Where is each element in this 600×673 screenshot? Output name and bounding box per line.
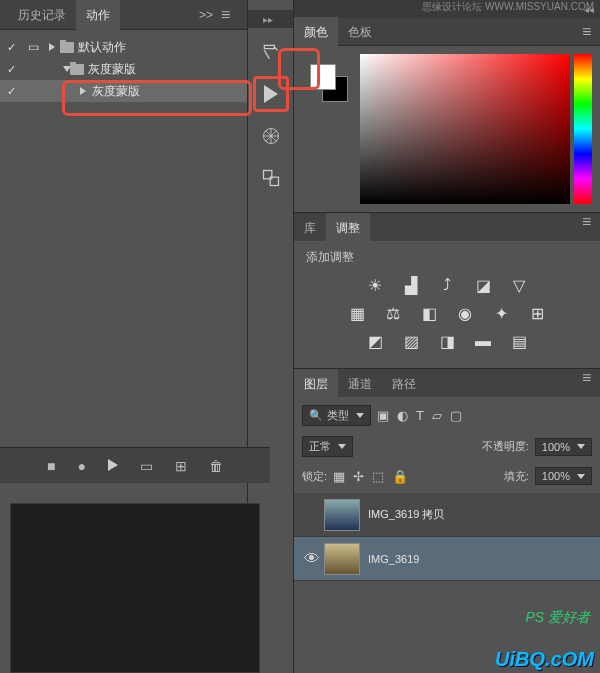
lock-label: 锁定:	[302, 469, 327, 484]
action-item-gray-mask[interactable]: ✓ 灰度蒙版	[0, 80, 247, 102]
gradient-map-icon[interactable]: ▬	[472, 332, 494, 350]
color-lookup-icon[interactable]: ⊞	[526, 304, 548, 322]
layer-thumbnail[interactable]	[324, 499, 360, 531]
channel-mixer-icon[interactable]: ✦	[490, 304, 512, 322]
actions-toolbar: ■ ● ▭ ⊞ 🗑	[0, 447, 270, 483]
folder-icon	[70, 64, 84, 75]
action-set-default[interactable]: ✓ ▭ 默认动作	[0, 36, 247, 58]
play-button[interactable]	[253, 76, 289, 112]
hue-sat-icon[interactable]: ▦	[346, 304, 368, 322]
tab-layers[interactable]: 图层	[294, 369, 338, 399]
layer-filter-type[interactable]: 🔍 类型	[302, 405, 371, 426]
folder-icon	[60, 42, 74, 53]
hue-slider[interactable]	[574, 54, 592, 204]
stop-icon[interactable]: ■	[47, 458, 55, 474]
fill-input[interactable]: 100%	[535, 467, 592, 485]
lock-all-icon[interactable]: 🔒	[392, 469, 408, 484]
filter-smart-icon[interactable]: ▢	[450, 408, 462, 423]
tab-swatches[interactable]: 色板	[338, 17, 382, 47]
layer-name[interactable]: IMG_3619 拷贝	[368, 507, 444, 522]
panel-menu-icon[interactable]	[578, 369, 600, 397]
posterize-icon[interactable]: ▨	[400, 332, 422, 350]
history-brush-icon[interactable]	[253, 34, 289, 70]
action-set-label: 默认动作	[78, 39, 126, 56]
tab-library[interactable]: 库	[294, 213, 326, 243]
brightness-icon[interactable]: ☀	[364, 276, 386, 294]
tab-paths[interactable]: 路径	[382, 369, 426, 399]
lock-position-icon[interactable]: ✢	[353, 469, 364, 484]
trash-icon[interactable]: 🗑	[209, 458, 223, 474]
action-item-label: 灰度蒙版	[92, 83, 140, 100]
opacity-label: 不透明度:	[482, 439, 529, 454]
panel-menu-icon[interactable]	[578, 23, 600, 40]
adjustments-panel: 库 调整 添加调整 ☀ ▟ ⤴ ◪ ▽ ▦ ⚖ ◧ ◉	[294, 212, 600, 368]
curves-icon[interactable]: ⤴	[436, 276, 458, 294]
watermark-top: 思缘设计论坛 WWW.MISSYUAN.COM	[422, 0, 594, 14]
color-panel: 颜色 色板	[294, 18, 600, 212]
wheel-icon[interactable]	[253, 118, 289, 154]
visibility-icon[interactable]: 👁	[300, 550, 324, 568]
filter-type-icon[interactable]: T	[416, 408, 424, 423]
tab-color[interactable]: 颜色	[294, 17, 338, 47]
chevron-right-icon[interactable]	[49, 43, 55, 51]
tab-history[interactable]: 历史记录	[8, 0, 76, 30]
watermark-bottom: UiBQ.cOM	[495, 648, 594, 671]
filter-pixel-icon[interactable]: ▣	[377, 408, 389, 423]
watermark-green: PS 爱好者	[525, 609, 590, 627]
layers-panel: 图层 通道 路径 🔍 类型 ▣ ◐ T ▱ ▢	[294, 368, 600, 581]
foreground-background-swatch[interactable]	[310, 64, 348, 102]
levels-icon[interactable]: ▟	[400, 276, 422, 294]
layer-row[interactable]: 👁 IMG_3619	[294, 537, 600, 581]
record-icon[interactable]: ●	[78, 458, 86, 474]
threshold-icon[interactable]: ◨	[436, 332, 458, 350]
new-action-icon[interactable]: ⊞	[175, 458, 187, 474]
chevron-right-icon[interactable]	[80, 87, 86, 95]
document-canvas[interactable]	[10, 503, 260, 673]
checkmark-icon[interactable]: ✓	[0, 85, 22, 98]
new-set-icon[interactable]: ▭	[140, 458, 153, 474]
actions-tree: ✓ ▭ 默认动作 ✓ 灰度蒙版 ✓ 灰度蒙版	[0, 30, 247, 108]
panel-menu-icon[interactable]	[578, 213, 600, 241]
layer-name[interactable]: IMG_3619	[368, 553, 419, 565]
foreground-color[interactable]	[310, 64, 336, 90]
lock-artboard-icon[interactable]: ⬚	[372, 469, 384, 484]
blend-mode-select[interactable]: 正常	[302, 436, 353, 457]
exposure-icon[interactable]: ◪	[472, 276, 494, 294]
tab-channels[interactable]: 通道	[338, 369, 382, 399]
right-panels: ◂◂ 颜色 色板 库 调整	[294, 0, 600, 673]
panel-expand-icon[interactable]: >>	[195, 8, 217, 22]
actions-panel: 历史记录 动作 >> ✓ ▭ 默认动作 ✓ 灰度蒙版 ✓	[0, 0, 248, 673]
panel-menu-icon[interactable]	[217, 6, 239, 23]
dialog-toggle-icon[interactable]: ▭	[22, 40, 44, 54]
tab-actions[interactable]: 动作	[76, 0, 120, 30]
action-set-label: 灰度蒙版	[88, 61, 136, 78]
filter-adjust-icon[interactable]: ◐	[397, 408, 408, 423]
filter-shape-icon[interactable]: ▱	[432, 408, 442, 423]
color-field[interactable]	[360, 54, 570, 204]
tab-adjustments[interactable]: 调整	[326, 213, 370, 243]
photo-filter-icon[interactable]: ◉	[454, 304, 476, 322]
color-balance-icon[interactable]: ⚖	[382, 304, 404, 322]
invert-icon[interactable]: ◩	[364, 332, 386, 350]
selective-color-icon[interactable]: ▤	[508, 332, 530, 350]
fill-label: 填充:	[504, 469, 529, 484]
opacity-input[interactable]: 100%	[535, 438, 592, 456]
layer-row[interactable]: IMG_3619 拷贝	[294, 493, 600, 537]
lock-pixels-icon[interactable]: ▦	[333, 469, 345, 484]
add-adjustment-label: 添加调整	[306, 249, 588, 266]
action-set-gray-mask[interactable]: ✓ 灰度蒙版	[0, 58, 247, 80]
vibrance-icon[interactable]: ▽	[508, 276, 530, 294]
play-icon[interactable]	[108, 458, 118, 474]
shapes-icon[interactable]	[253, 160, 289, 196]
layer-thumbnail[interactable]	[324, 543, 360, 575]
checkmark-icon[interactable]: ✓	[0, 63, 22, 76]
checkmark-icon[interactable]: ✓	[0, 41, 22, 54]
bw-icon[interactable]: ◧	[418, 304, 440, 322]
